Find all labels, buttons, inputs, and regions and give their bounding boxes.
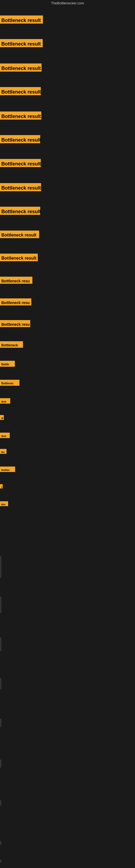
bottleneck-label-12: Bottleneck resu [0, 277, 32, 284]
bar-row-10: Bottleneck result [0, 230, 39, 238]
bottleneck-label-8: Bottleneck result [0, 183, 41, 191]
bar-row-22: Bottlen [0, 467, 15, 472]
bottleneck-label-18: Bott [0, 398, 10, 404]
bar-row-12: Bottleneck resu [0, 277, 32, 284]
site-title: TheBottlenecker.com [0, 0, 135, 7]
bar-row-16: Bottle [0, 361, 15, 367]
bottleneck-label-21: Bo [0, 449, 6, 454]
tick-line-3 [1, 678, 1, 689]
bar-row-19: B [0, 415, 4, 420]
bar-row-6: Bottleneck result [0, 135, 40, 143]
bar-row-4: Bottleneck result [0, 87, 41, 95]
bottleneck-label-23: | [0, 484, 3, 489]
bar-row-11: Bottleneck result [0, 254, 38, 261]
bar-row-8: Bottleneck result [0, 183, 41, 191]
bar-row-7: Bottleneck result [0, 159, 41, 167]
tick-line-8 [1, 860, 1, 863]
tick-line-5 [1, 760, 1, 768]
bottleneck-label-15: Bottleneck [0, 341, 23, 348]
bar-row-17: Bottlenec [0, 380, 19, 386]
bottleneck-label-10: Bottleneck result [0, 230, 39, 238]
bottleneck-label-16: Bottle [0, 361, 15, 367]
bar-row-15: Bottleneck [0, 341, 23, 348]
bottleneck-label-7: Bottleneck result [0, 159, 41, 167]
bar-row-5: Bottleneck result [0, 112, 41, 120]
bottleneck-label-19: B [0, 415, 4, 420]
tick-line-1 [1, 597, 1, 613]
bottleneck-label-6: Bottleneck result [0, 135, 40, 143]
bar-row-9: Bottleneck result [0, 207, 40, 215]
bottleneck-label-5: Bottleneck result [0, 112, 41, 120]
bottleneck-label-11: Bottleneck result [0, 254, 38, 261]
tick-line-2 [1, 638, 1, 651]
bottleneck-label-14: Bottleneck resu [0, 320, 30, 327]
bar-row-3: Bottleneck result [0, 63, 42, 72]
bottleneck-label-24: Bot [0, 501, 8, 506]
bottleneck-label-20: Bott [0, 433, 10, 438]
bottleneck-label-9: Bottleneck result [0, 207, 40, 215]
tick-line-4 [1, 719, 1, 727]
tick-line-7 [1, 841, 1, 845]
tick-line-0 [1, 556, 1, 578]
bar-row-24: Bot [0, 501, 8, 506]
bar-row-1: Bottleneck result [0, 16, 43, 24]
bottleneck-label-4: Bottleneck result [0, 87, 41, 95]
bottleneck-label-1: Bottleneck result [0, 16, 43, 24]
bar-row-18: Bott [0, 398, 10, 404]
bottleneck-label-3: Bottleneck result [0, 63, 42, 72]
bottleneck-label-2: Bottleneck result [0, 39, 43, 47]
bottleneck-label-13: Bottleneck resu [0, 299, 31, 305]
bar-row-21: Bo [0, 449, 6, 454]
bar-row-2: Bottleneck result [0, 39, 43, 47]
bar-row-13: Bottleneck resu [0, 299, 31, 305]
tick-line-6 [1, 800, 1, 806]
bottleneck-label-17: Bottlenec [0, 380, 19, 386]
bar-row-23: | [0, 484, 3, 489]
bar-row-20: Bott [0, 433, 10, 438]
bottleneck-label-22: Bottlen [0, 467, 15, 472]
bar-row-14: Bottleneck resu [0, 320, 30, 327]
